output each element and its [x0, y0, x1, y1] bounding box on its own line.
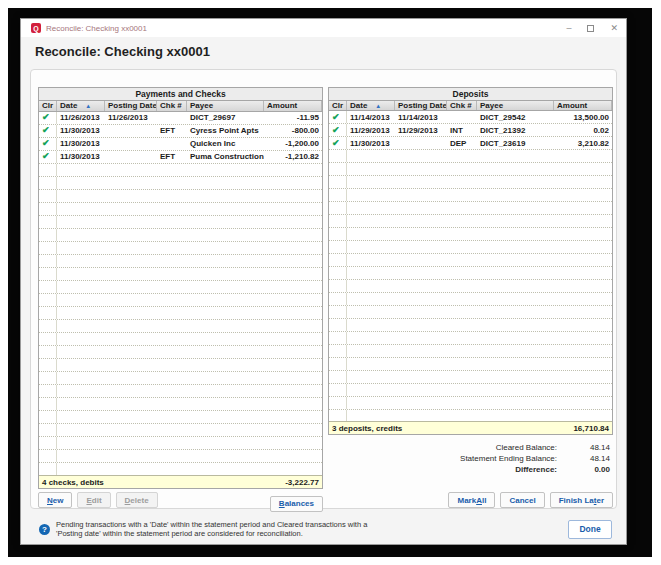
summary-label: 3 deposits, credits: [329, 424, 573, 433]
cleared-cell[interactable]: ✔: [39, 138, 57, 150]
column-header-clr[interactable]: Clr: [329, 101, 347, 110]
balances-button[interactable]: Balances: [270, 496, 323, 512]
cleared-cell[interactable]: ✔: [39, 125, 57, 137]
new-button[interactable]: New: [38, 492, 72, 508]
help-icon[interactable]: ?: [39, 524, 50, 535]
column-header-chk-#[interactable]: Chk #: [447, 101, 477, 110]
payments-table: Payments and ChecksClrDate▲Posting DateC…: [38, 87, 323, 489]
column-header-posting-date[interactable]: Posting Date: [395, 101, 447, 110]
column-header-clr[interactable]: Clr: [39, 101, 57, 111]
cleared-cell: [39, 385, 57, 397]
cleared-cell[interactable]: ✔: [329, 124, 347, 136]
cleared-cell: [329, 189, 347, 201]
table-summary-row: 4 checks, debits-3,222.77: [39, 475, 322, 488]
cleared-cell: [39, 281, 57, 293]
table-title: Deposits: [329, 88, 612, 101]
cleared-check-icon[interactable]: ✔: [42, 126, 50, 135]
balances-button-group: Balances: [270, 492, 323, 512]
cleared-cell: [329, 241, 347, 253]
empty-row: [39, 216, 322, 229]
cleared-cell[interactable]: ✔: [39, 112, 57, 124]
summary-amount: 16,710.84: [573, 424, 612, 433]
balance-row: Statement Ending Balance:48.14: [363, 453, 613, 464]
cleared-cell: [329, 345, 347, 357]
posting-date-cell: 11/26/2013: [105, 113, 157, 122]
empty-row: [329, 345, 612, 358]
empty-row: [39, 242, 322, 255]
table-row[interactable]: ✔11/30/2013Quicken Inc-1,200.00: [39, 138, 322, 151]
close-icon[interactable]: ✕: [610, 24, 618, 33]
empty-row: [39, 164, 322, 177]
cleared-cell[interactable]: ✔: [329, 111, 347, 123]
titlebar[interactable]: Q Reconcile: Checking xx0001 – ✕: [21, 19, 626, 37]
payee-cell: Quicken Inc: [187, 139, 264, 148]
dialog-heading: Reconcile: Checking xx0001: [35, 44, 626, 59]
sort-ascending-icon: ▲: [85, 103, 91, 109]
cleared-cell: [329, 215, 347, 227]
mark-all-button[interactable]: Mark All: [448, 492, 495, 508]
cancel-button[interactable]: Cancel: [500, 492, 544, 508]
balance-row: Difference:0.00: [363, 464, 613, 475]
window-controls: – ✕: [566, 24, 618, 33]
table-row[interactable]: ✔11/14/201311/14/2013DICT_2954213,500.00: [329, 111, 612, 124]
column-header-chk-#[interactable]: Chk #: [157, 101, 187, 111]
cleared-check-icon[interactable]: ✔: [332, 139, 340, 148]
cleared-cell: [329, 397, 347, 409]
empty-row: [39, 281, 322, 294]
cleared-cell[interactable]: ✔: [329, 137, 347, 149]
chk-cell: EFT: [157, 152, 187, 161]
cleared-cell: [39, 359, 57, 371]
cleared-check-icon[interactable]: ✔: [42, 113, 50, 122]
footer: ? Pending transactions with a 'Date' wit…: [21, 513, 626, 545]
column-header-amount[interactable]: Amount: [554, 101, 612, 110]
cleared-cell: [329, 267, 347, 279]
table-row[interactable]: ✔11/30/2013EFTCyress Point Apts-800.00: [39, 125, 322, 138]
reconcile-buttons-group: Mark AllCancelFinish Later: [448, 492, 613, 508]
table-row[interactable]: ✔11/26/201311/26/2013DICT_29697-11.95: [39, 112, 322, 125]
column-header-date[interactable]: Date▲: [347, 101, 395, 110]
empty-row: [329, 306, 612, 319]
cleared-check-icon[interactable]: ✔: [42, 139, 50, 148]
date-cell: 11/14/2013: [347, 113, 395, 122]
amount-cell: -11.95: [264, 113, 322, 122]
table-summary-row: 3 deposits, credits16,710.84: [329, 421, 612, 434]
done-button[interactable]: Done: [568, 520, 612, 539]
empty-row: [329, 150, 612, 163]
payee-cell: DICT_23619: [477, 139, 554, 148]
empty-row: [39, 450, 322, 463]
cleared-check-icon[interactable]: ✔: [42, 152, 50, 161]
table-row[interactable]: ✔11/30/2013EFTPuma Construction-1,210.82: [39, 151, 322, 164]
column-header-posting-date[interactable]: Posting Date: [105, 101, 157, 111]
edit-buttons-group: NewEditDelete: [38, 492, 158, 508]
table-row[interactable]: ✔11/29/201311/29/2013INTDICT_213920.02: [329, 124, 612, 137]
sort-ascending-icon: ▲: [375, 103, 381, 109]
date-cell: 11/30/2013: [57, 152, 105, 161]
cleared-cell[interactable]: ✔: [39, 151, 57, 163]
cleared-cell: [39, 242, 57, 254]
column-header-payee[interactable]: Payee: [477, 101, 554, 110]
table-body: ✔11/14/201311/14/2013DICT_2954213,500.00…: [329, 111, 612, 421]
empty-row: [329, 241, 612, 254]
footer-note-line1: Pending transactions with a 'Date' withi…: [56, 520, 367, 529]
cleared-cell: [39, 320, 57, 332]
payee-cell: DICT_21392: [477, 126, 554, 135]
cleared-cell: [39, 372, 57, 384]
column-header-amount[interactable]: Amount: [264, 101, 322, 111]
cleared-cell: [329, 254, 347, 266]
summary-amount: -3,222.77: [285, 478, 322, 487]
cleared-check-icon[interactable]: ✔: [332, 113, 340, 122]
empty-row: [329, 163, 612, 176]
posting-date-cell: 11/29/2013: [395, 126, 447, 135]
cleared-cell: [329, 202, 347, 214]
cleared-check-icon[interactable]: ✔: [332, 126, 340, 135]
amount-cell: 13,500.00: [554, 113, 612, 122]
column-header-payee[interactable]: Payee: [187, 101, 264, 111]
column-header-date[interactable]: Date▲: [57, 101, 105, 111]
balance-row: Cleared Balance:48.14: [363, 442, 613, 453]
table-row[interactable]: ✔11/30/2013DEPDICT_236193,210.82: [329, 137, 612, 150]
maximize-icon[interactable]: [587, 25, 594, 32]
balance-label: Difference:: [363, 465, 557, 474]
cleared-cell: [329, 280, 347, 292]
finish-later-button[interactable]: Finish Later: [550, 492, 613, 508]
minimize-icon[interactable]: –: [566, 24, 571, 33]
